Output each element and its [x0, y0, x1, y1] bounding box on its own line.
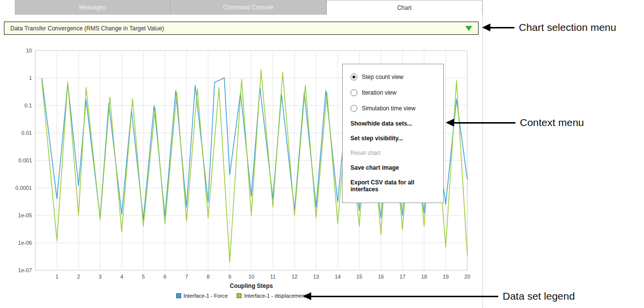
tab-bar: Messages Command Console Chart — [15, 0, 483, 15]
svg-text:13: 13 — [313, 274, 319, 280]
tab-messages[interactable]: Messages — [15, 0, 170, 15]
svg-text:18: 18 — [421, 274, 427, 280]
tab-label: Command Console — [223, 4, 273, 11]
arrow-line — [454, 122, 515, 124]
annotation-label: Context menu — [520, 117, 584, 128]
tab-command-console[interactable]: Command Console — [170, 0, 326, 15]
annotation-label: Data set legend — [503, 290, 575, 302]
svg-text:1: 1 — [55, 274, 58, 280]
menu-item-export-csv[interactable]: Export CSV data for all interfaces — [343, 175, 443, 197]
chart-selection-dropdown[interactable]: Data Transfer Convergence (RMS Change in… — [4, 22, 479, 35]
radio-icon — [350, 89, 357, 96]
svg-text:15: 15 — [356, 274, 362, 280]
radio-icon — [350, 74, 357, 80]
annotation-context-menu: Context menu — [446, 117, 584, 128]
svg-text:4: 4 — [120, 274, 123, 280]
svg-text:5: 5 — [142, 274, 145, 280]
tab-label: Messages — [79, 4, 106, 11]
annotation-chart-selection: Chart selection menu — [482, 22, 616, 33]
annotation-data-set-legend: Data set legend — [303, 290, 575, 302]
menu-item-save-chart-image[interactable]: Save chart image — [343, 160, 443, 175]
legend-label-displacement: Interface-1 - displacement — [244, 293, 306, 299]
context-menu: Step count view Iteration view Simulatio… — [342, 64, 444, 203]
svg-text:19: 19 — [443, 274, 449, 280]
svg-text:2: 2 — [77, 274, 80, 280]
svg-text:12: 12 — [292, 274, 297, 280]
svg-text:8: 8 — [207, 274, 210, 280]
menu-item-reset-chart: Reset chart — [343, 146, 443, 160]
chevron-down-icon — [465, 26, 472, 31]
svg-text:16: 16 — [378, 274, 384, 280]
chart-selection-value: Data Transfer Convergence (RMS Change in… — [10, 25, 164, 32]
radio-icon — [350, 105, 357, 112]
annotation-label: Chart selection menu — [519, 22, 616, 33]
svg-text:1: 1 — [29, 75, 32, 81]
svg-text:11: 11 — [270, 274, 275, 280]
panel-divider — [483, 0, 483, 308]
svg-text:6: 6 — [163, 274, 166, 280]
svg-text:10: 10 — [26, 48, 32, 53]
tab-chart[interactable]: Chart — [326, 0, 483, 15]
tab-label: Chart — [397, 4, 411, 11]
legend-swatch-force — [176, 293, 181, 298]
svg-text:Coupling Steps: Coupling Steps — [230, 282, 273, 289]
svg-text:1e-07: 1e-07 — [18, 267, 32, 273]
menu-radio-simulation-time-view[interactable]: Simulation time view — [343, 101, 443, 116]
svg-text:0.001: 0.001 — [18, 157, 32, 163]
legend-label-force: Interface-1 - Force — [184, 293, 228, 299]
arrow-left-icon — [303, 292, 311, 300]
svg-text:0.0001: 0.0001 — [15, 185, 32, 191]
svg-text:7: 7 — [185, 274, 188, 280]
svg-text:20: 20 — [464, 274, 470, 280]
menu-radio-iteration-view[interactable]: Iteration view — [343, 85, 443, 101]
svg-text:0.1: 0.1 — [25, 103, 32, 108]
radio-label: Iteration view — [362, 89, 397, 96]
svg-text:0.01: 0.01 — [22, 130, 32, 136]
menu-item-set-step-visibility[interactable]: Set step visibility... — [343, 131, 443, 146]
svg-text:9: 9 — [228, 274, 231, 280]
svg-text:1e-05: 1e-05 — [18, 212, 32, 218]
menu-item-show-hide-data-sets[interactable]: Show/hide data sets... — [343, 116, 443, 131]
radio-label: Simulation time view — [362, 105, 415, 112]
arrow-left-icon — [482, 24, 490, 31]
arrow-left-icon — [446, 119, 454, 127]
legend-item-displacement: Interface-1 - displacement — [237, 293, 306, 299]
svg-text:10: 10 — [248, 274, 254, 280]
svg-text:1e-06: 1e-06 — [18, 240, 32, 246]
arrow-line — [311, 296, 498, 297]
svg-text:17: 17 — [400, 274, 405, 280]
legend-swatch-displacement — [237, 293, 242, 298]
arrow-line — [490, 27, 514, 28]
menu-radio-step-count-view[interactable]: Step count view — [343, 69, 443, 85]
svg-text:14: 14 — [335, 274, 341, 280]
legend-item-force: Interface-1 - Force — [176, 293, 228, 299]
svg-text:3: 3 — [99, 274, 102, 280]
radio-label: Step count view — [362, 74, 403, 80]
